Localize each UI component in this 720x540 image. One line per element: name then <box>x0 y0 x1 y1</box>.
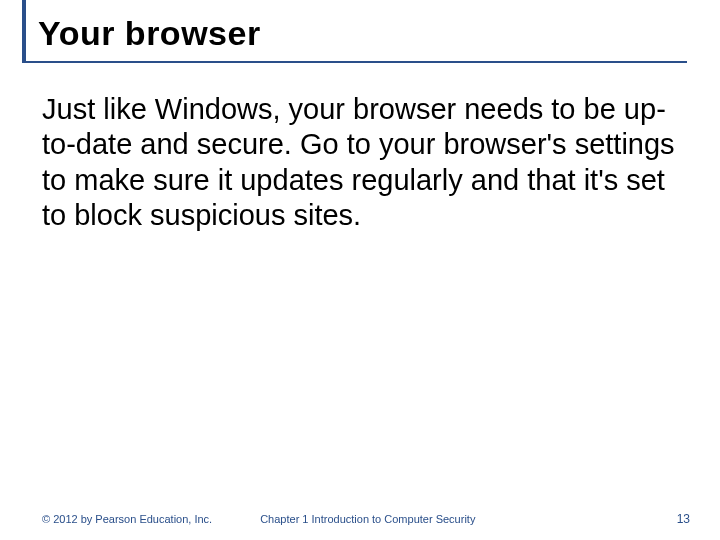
slide-title: Your browser <box>38 14 687 53</box>
slide-body: Just like Windows, your browser needs to… <box>42 92 690 234</box>
page-number: 13 <box>677 512 690 526</box>
chapter-text: Chapter 1 Introduction to Computer Secur… <box>260 513 475 525</box>
title-block: Your browser <box>22 0 687 63</box>
slide-footer: © 2012 by Pearson Education, Inc. Chapte… <box>42 512 690 526</box>
copyright-text: © 2012 by Pearson Education, Inc. <box>42 513 212 525</box>
